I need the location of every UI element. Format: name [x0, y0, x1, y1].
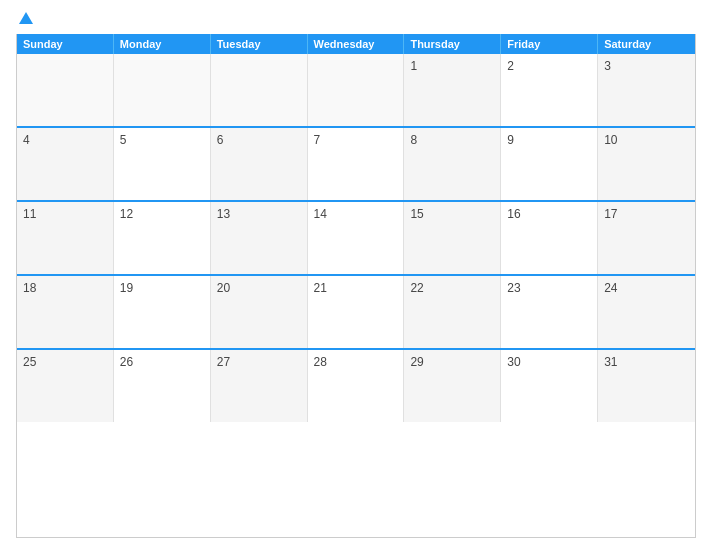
- header-day-friday: Friday: [501, 34, 598, 54]
- day-number: 31: [604, 355, 617, 369]
- cal-cell: [211, 54, 308, 126]
- header-day-tuesday: Tuesday: [211, 34, 308, 54]
- cal-cell: 20: [211, 276, 308, 348]
- cal-cell: 26: [114, 350, 211, 422]
- header-day-saturday: Saturday: [598, 34, 695, 54]
- cal-cell: 12: [114, 202, 211, 274]
- week-row-1: 123: [17, 54, 695, 126]
- cal-cell: 10: [598, 128, 695, 200]
- logo: [16, 12, 33, 26]
- day-number: 16: [507, 207, 520, 221]
- header-day-monday: Monday: [114, 34, 211, 54]
- day-number: 7: [314, 133, 321, 147]
- cal-cell: 21: [308, 276, 405, 348]
- cal-cell: 9: [501, 128, 598, 200]
- day-number: 5: [120, 133, 127, 147]
- week-row-2: 45678910: [17, 126, 695, 200]
- day-number: 3: [604, 59, 611, 73]
- day-number: 9: [507, 133, 514, 147]
- week-row-5: 25262728293031: [17, 348, 695, 422]
- day-number: 24: [604, 281, 617, 295]
- cal-cell: 28: [308, 350, 405, 422]
- cal-cell: 23: [501, 276, 598, 348]
- day-number: 22: [410, 281, 423, 295]
- day-number: 29: [410, 355, 423, 369]
- header: [16, 12, 696, 26]
- day-number: 20: [217, 281, 230, 295]
- cal-cell: 27: [211, 350, 308, 422]
- day-number: 6: [217, 133, 224, 147]
- day-number: 30: [507, 355, 520, 369]
- day-number: 25: [23, 355, 36, 369]
- day-number: 10: [604, 133, 617, 147]
- day-number: 12: [120, 207, 133, 221]
- logo-triangle-icon: [19, 12, 33, 24]
- cal-cell: 3: [598, 54, 695, 126]
- cal-cell: 2: [501, 54, 598, 126]
- day-number: 8: [410, 133, 417, 147]
- day-number: 28: [314, 355, 327, 369]
- cal-cell: 6: [211, 128, 308, 200]
- cal-cell: 25: [17, 350, 114, 422]
- day-number: 18: [23, 281, 36, 295]
- cal-cell: 30: [501, 350, 598, 422]
- calendar-header-row: SundayMondayTuesdayWednesdayThursdayFrid…: [17, 34, 695, 54]
- cal-cell: 24: [598, 276, 695, 348]
- cal-cell: 1: [404, 54, 501, 126]
- calendar-body: 1234567891011121314151617181920212223242…: [17, 54, 695, 422]
- day-number: 15: [410, 207, 423, 221]
- page: SundayMondayTuesdayWednesdayThursdayFrid…: [0, 0, 712, 550]
- cal-cell: 7: [308, 128, 405, 200]
- cal-cell: 14: [308, 202, 405, 274]
- cal-cell: 31: [598, 350, 695, 422]
- cal-cell: 4: [17, 128, 114, 200]
- header-day-thursday: Thursday: [404, 34, 501, 54]
- cal-cell: 5: [114, 128, 211, 200]
- day-number: 26: [120, 355, 133, 369]
- day-number: 19: [120, 281, 133, 295]
- day-number: 17: [604, 207, 617, 221]
- day-number: 14: [314, 207, 327, 221]
- day-number: 21: [314, 281, 327, 295]
- week-row-4: 18192021222324: [17, 274, 695, 348]
- day-number: 2: [507, 59, 514, 73]
- cal-cell: [308, 54, 405, 126]
- cal-cell: [17, 54, 114, 126]
- cal-cell: 17: [598, 202, 695, 274]
- cal-cell: 11: [17, 202, 114, 274]
- cal-cell: 19: [114, 276, 211, 348]
- header-day-wednesday: Wednesday: [308, 34, 405, 54]
- cal-cell: 15: [404, 202, 501, 274]
- cal-cell: 18: [17, 276, 114, 348]
- day-number: 1: [410, 59, 417, 73]
- cal-cell: 22: [404, 276, 501, 348]
- cal-cell: 16: [501, 202, 598, 274]
- header-day-sunday: Sunday: [17, 34, 114, 54]
- day-number: 4: [23, 133, 30, 147]
- day-number: 27: [217, 355, 230, 369]
- logo-wrapper: [16, 12, 33, 26]
- calendar: SundayMondayTuesdayWednesdayThursdayFrid…: [16, 34, 696, 538]
- cal-cell: 13: [211, 202, 308, 274]
- day-number: 11: [23, 207, 36, 221]
- cal-cell: [114, 54, 211, 126]
- cal-cell: 8: [404, 128, 501, 200]
- week-row-3: 11121314151617: [17, 200, 695, 274]
- day-number: 23: [507, 281, 520, 295]
- cal-cell: 29: [404, 350, 501, 422]
- day-number: 13: [217, 207, 230, 221]
